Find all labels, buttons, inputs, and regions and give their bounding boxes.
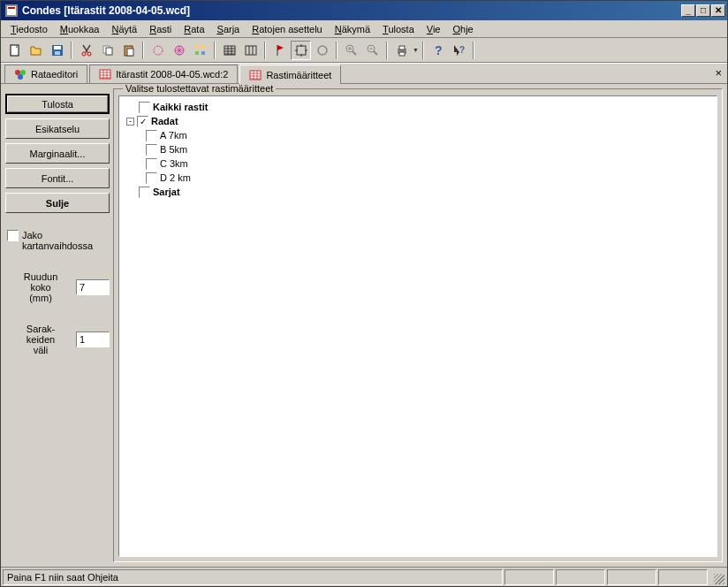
grid-solid-icon[interactable] xyxy=(219,41,239,60)
tab-label: Rataeditori xyxy=(31,69,78,80)
tree-checkbox[interactable] xyxy=(146,144,157,156)
separator xyxy=(422,42,424,59)
flag-red-icon[interactable] xyxy=(269,41,290,60)
svg-rect-33 xyxy=(100,70,110,79)
menu-rata[interactable]: Rata xyxy=(178,22,210,36)
status-text: Paina F1 niin saat Ohjeita xyxy=(3,569,503,585)
svg-rect-15 xyxy=(195,45,199,49)
separator xyxy=(473,42,474,59)
cut-icon[interactable] xyxy=(76,41,96,60)
tab-label: Itärastit 2008-04-05.wcd:2 xyxy=(116,69,228,80)
svg-point-32 xyxy=(18,74,23,80)
tree-label[interactable]: C 3km xyxy=(160,156,188,171)
col-gap-input[interactable] xyxy=(76,332,110,347)
menu-rasti[interactable]: Rasti xyxy=(143,22,178,36)
circle-dotted-icon[interactable] xyxy=(148,41,168,60)
paste-icon[interactable] xyxy=(118,41,139,60)
zoom-out-icon[interactable] xyxy=(362,41,383,60)
tree-label[interactable]: A 7km xyxy=(160,128,187,142)
menu-vie[interactable]: Vie xyxy=(421,22,447,36)
menu-tulosta[interactable]: Tulosta xyxy=(376,22,421,36)
circle-plain-icon[interactable] xyxy=(312,41,332,60)
menu-näytä[interactable]: Näytä xyxy=(105,22,143,36)
svg-point-22 xyxy=(318,46,327,55)
print-button[interactable]: Tulosta xyxy=(5,94,110,114)
svg-point-8 xyxy=(87,52,91,56)
statusbar: Paina F1 niin saat Ohjeita xyxy=(1,567,727,586)
tree-checkbox[interactable] xyxy=(139,187,150,198)
help-icon[interactable]: ? xyxy=(428,41,448,60)
crosshair-box-icon[interactable] xyxy=(291,41,311,60)
svg-rect-16 xyxy=(201,45,205,49)
tree-label[interactable]: D 2 km xyxy=(160,171,191,185)
resize-grip-icon[interactable] xyxy=(709,569,725,585)
svg-text:?: ? xyxy=(459,45,465,55)
menu-näkymä[interactable]: Näkymä xyxy=(329,22,376,36)
print-dropdown-icon[interactable]: ▼ xyxy=(413,47,419,53)
tree-label[interactable]: B 5km xyxy=(160,142,187,156)
tab-rastim-ritteet[interactable]: Rastimääritteet xyxy=(239,65,341,84)
tree-checkbox[interactable] xyxy=(139,102,150,113)
jako-label: Jako kartanvaihdossa xyxy=(22,230,110,251)
menubar: TiedostoMuokkaaNäytäRastiRataSarjaRatoje… xyxy=(1,20,727,38)
menu-tiedosto[interactable]: Tiedosto xyxy=(4,22,54,36)
menu-sarja[interactable]: Sarja xyxy=(211,22,246,36)
status-pane-4 xyxy=(658,569,708,585)
svg-rect-34 xyxy=(250,71,261,80)
tab-rataeditori[interactable]: Rataeditori xyxy=(4,65,87,83)
minimize-button[interactable]: _ xyxy=(681,4,695,17)
zoom-in-icon[interactable] xyxy=(341,41,361,60)
svg-rect-21 xyxy=(297,46,306,55)
print-icon[interactable] xyxy=(391,41,412,60)
svg-rect-17 xyxy=(195,51,199,55)
preview-button[interactable]: Esikatselu xyxy=(5,118,110,139)
tree-checkbox[interactable] xyxy=(146,130,157,141)
separator xyxy=(264,42,266,59)
tree-label[interactable]: Kaikki rastit xyxy=(153,100,208,114)
svg-rect-10 xyxy=(106,48,112,55)
tree-checkbox[interactable] xyxy=(137,116,148,127)
squares-icon[interactable] xyxy=(190,41,210,60)
close-button[interactable]: ✕ xyxy=(711,4,725,17)
menu-muokkaa[interactable]: Muokkaa xyxy=(54,22,106,36)
copy-icon[interactable] xyxy=(97,41,118,60)
margins-button[interactable]: Marginaalit... xyxy=(5,143,110,164)
close-panel-button[interactable]: Sulje xyxy=(5,193,110,213)
circle-star-icon[interactable] xyxy=(169,41,189,60)
separator xyxy=(214,42,216,59)
whats-this-icon[interactable]: ? xyxy=(449,41,469,60)
open-icon[interactable] xyxy=(26,41,46,60)
titlebar: Condes [Itärastit 2008-04-05.wcd] _ □ ✕ xyxy=(1,1,727,20)
tree-checkbox[interactable] xyxy=(146,172,157,184)
menu-ratojen-asettelu[interactable]: Ratojen asettelu xyxy=(246,22,329,36)
svg-rect-18 xyxy=(201,51,205,55)
svg-point-7 xyxy=(82,52,86,56)
tab-close-icon[interactable]: × xyxy=(715,66,722,80)
tabbar: RataeditoriItärastit 2008-04-05.wcd:2Ras… xyxy=(1,63,727,84)
grid-icon xyxy=(249,69,262,81)
tree-expander-icon[interactable]: - xyxy=(126,118,134,126)
menu-ohje[interactable]: Ohje xyxy=(446,22,479,36)
save-icon[interactable] xyxy=(47,41,67,60)
main-area: Tulosta Esikatselu Marginaalit... Fontit… xyxy=(1,84,727,567)
left-panel: Tulosta Esikatselu Marginaalit... Fontit… xyxy=(5,88,110,562)
new-icon[interactable] xyxy=(4,41,25,60)
status-pane-1 xyxy=(504,569,554,585)
svg-rect-20 xyxy=(246,46,256,55)
tree-label[interactable]: Radat xyxy=(151,114,178,128)
svg-rect-26 xyxy=(399,46,405,50)
tab-it-rastit-2008-04-05-wcd-2[interactable]: Itärastit 2008-04-05.wcd:2 xyxy=(89,65,238,83)
tree-checkbox[interactable] xyxy=(146,158,157,170)
tree-node: Kaikki rastit xyxy=(123,100,713,114)
fonts-button[interactable]: Fontit... xyxy=(5,168,110,188)
grid-size-input[interactable] xyxy=(76,279,110,295)
separator xyxy=(336,42,337,59)
jako-checkbox[interactable] xyxy=(7,230,19,241)
grid-empty-icon[interactable] xyxy=(240,41,261,60)
separator xyxy=(71,42,72,59)
tree-label[interactable]: Sarjat xyxy=(153,185,180,199)
svg-rect-5 xyxy=(54,46,61,50)
separator xyxy=(386,42,388,59)
maximize-button[interactable]: □ xyxy=(696,4,710,17)
clover-icon xyxy=(14,68,27,80)
